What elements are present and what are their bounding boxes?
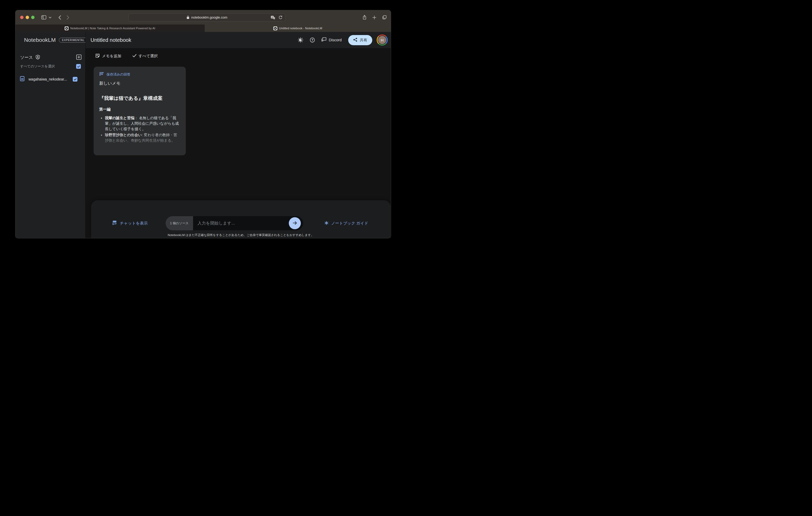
select-all-sources-checkbox[interactable]: [76, 64, 81, 69]
discord-button[interactable]: Discord: [321, 37, 342, 43]
note-bullet: 珍野苦沙弥との出会い: 変わり者の教師・苦沙弥と出会い、奇妙な共同生活が始まる。: [105, 132, 180, 143]
forum-icon: [321, 37, 326, 43]
svg-text:A: A: [271, 16, 273, 18]
notebooklm-app: NotebookLM EXPERIMENTAL Untitled noteboo…: [16, 32, 391, 238]
source-list-item[interactable]: wagahaiwa_nekodear...: [20, 76, 78, 82]
chat-input[interactable]: [193, 221, 303, 225]
tab-bar: N NotebookLM | Note Taking & Research As…: [16, 25, 391, 32]
tab-title: NotebookLM | Note Taking & Research Assi…: [70, 27, 155, 30]
notebooklm-favicon: N: [273, 26, 277, 30]
source-checkbox[interactable]: [73, 77, 78, 82]
account-avatar[interactable]: H: [377, 34, 388, 45]
main-area: メモを追加 すべて選択: [86, 48, 391, 238]
desktop: notebooklm.google.com Ax: [0, 0, 406, 258]
select-all-sources-row: すべてのソースを選択: [20, 64, 82, 69]
app-header-left: NotebookLM EXPERIMENTAL: [16, 32, 86, 48]
asterisk-icon: [324, 221, 328, 226]
svg-text:?: ?: [311, 38, 313, 41]
share-nodes-icon: [353, 38, 357, 42]
note-add-icon: [95, 53, 100, 59]
arrow-right-icon: [292, 220, 298, 226]
note-card[interactable]: 保存済みの回答 新しいメモ 『我輩は猫である』章構成案 第一編 我輩の誕生と苦悩…: [94, 67, 186, 155]
notebook-guide-label: ノートブック ガイド: [331, 221, 368, 226]
tab-overview-icon[interactable]: [382, 15, 387, 20]
sidebar-toggle-icon[interactable]: [41, 15, 46, 20]
saved-response-label: 保存済みの回答: [107, 72, 130, 77]
show-chat-button[interactable]: チャットを表示: [112, 216, 148, 230]
select-all-notes-label: すべて選択: [139, 54, 158, 59]
select-all-notes-button[interactable]: すべて選択: [133, 54, 158, 59]
share-page-icon[interactable]: [362, 15, 367, 20]
chat-input-group: 1 個のソース: [166, 216, 303, 230]
notebooklm-favicon: N: [65, 26, 68, 30]
sources-sidebar: ソース: [16, 48, 86, 238]
tab-untitled-notebook[interactable]: N Untitled notebook - NotebookLM: [205, 25, 391, 32]
theme-toggle-icon[interactable]: [298, 37, 303, 43]
reload-icon[interactable]: [279, 16, 283, 20]
new-tab-icon[interactable]: [372, 16, 376, 20]
experimental-badge: EXPERIMENTAL: [59, 38, 88, 42]
close-window-button[interactable]: [20, 16, 24, 19]
show-chat-label: チャットを表示: [120, 221, 148, 226]
add-note-button[interactable]: メモを追加: [95, 53, 121, 59]
svg-text:x: x: [273, 17, 275, 19]
notebook-guide-button[interactable]: ノートブック ガイド: [324, 216, 368, 230]
chat-icon: [112, 220, 117, 226]
tab-notebooklm-home[interactable]: N NotebookLM | Note Taking & Research As…: [16, 25, 205, 32]
notes-toolbar: メモを追加 すべて選択: [95, 52, 158, 60]
source-count-chip: 1 個のソース: [166, 216, 193, 230]
sources-title: ソース: [20, 55, 33, 60]
select-all-sources-label: すべてのソースを選択: [20, 64, 55, 69]
back-button[interactable]: [58, 15, 61, 20]
note-bullet-list: 我輩の誕生と苦悩： 名無しの猫である「我輩」が誕生し、人間社会に戸惑いながらも成…: [99, 115, 180, 143]
disclaimer-text: NotebookLM はまだ不正確な回答をすることがあるため、ご自身で事実確認さ…: [91, 233, 390, 237]
app-header-right: Untitled notebook: [86, 32, 391, 48]
chat-input-wrap: [193, 216, 303, 230]
note-subheading: 第一編: [99, 107, 180, 112]
check-icon: [133, 54, 137, 58]
app-logo: NotebookLM: [24, 37, 56, 43]
app-header: NotebookLM EXPERIMENTAL Untitled noteboo…: [16, 32, 391, 48]
app-body: ソース: [16, 48, 391, 238]
shield-person-icon[interactable]: [35, 55, 40, 61]
chevron-down-icon[interactable]: [49, 17, 52, 19]
note-heading: 『我輩は猫である』章構成案: [99, 95, 180, 101]
share-label: 共有: [360, 38, 367, 42]
discord-label: Discord: [329, 38, 342, 42]
add-note-label: メモを追加: [102, 54, 121, 59]
send-button[interactable]: [289, 217, 301, 229]
forward-button[interactable]: [66, 15, 69, 20]
lock-icon: [186, 16, 190, 19]
share-button[interactable]: 共有: [348, 35, 372, 45]
url-text: notebooklm.google.com: [191, 16, 227, 19]
add-source-button[interactable]: [76, 54, 82, 61]
notebook-title[interactable]: Untitled notebook: [90, 37, 131, 43]
note-bullet: 我輩の誕生と苦悩： 名無しの猫である「我輩」が誕生し、人間社会に戸惑いながらも成…: [105, 115, 180, 132]
traffic-lights: [16, 16, 34, 19]
browser-toolbar: notebooklm.google.com Ax: [16, 10, 391, 25]
address-bar[interactable]: notebooklm.google.com Ax: [128, 13, 285, 22]
note-title: 新しいメモ: [99, 81, 180, 86]
source-name: wagahaiwa_nekodear...: [29, 77, 67, 81]
document-icon: [20, 76, 25, 82]
translate-icon[interactable]: Ax: [271, 16, 275, 19]
tab-title: Untitled notebook - NotebookLM: [279, 27, 322, 30]
chat-panel: チャットを表示 1 個のソース: [91, 200, 390, 238]
help-icon[interactable]: ?: [310, 37, 315, 43]
minimize-window-button[interactable]: [26, 16, 29, 19]
zoom-window-button[interactable]: [31, 16, 34, 19]
saved-response-icon: [99, 72, 104, 78]
browser-window: notebooklm.google.com Ax: [15, 10, 391, 238]
